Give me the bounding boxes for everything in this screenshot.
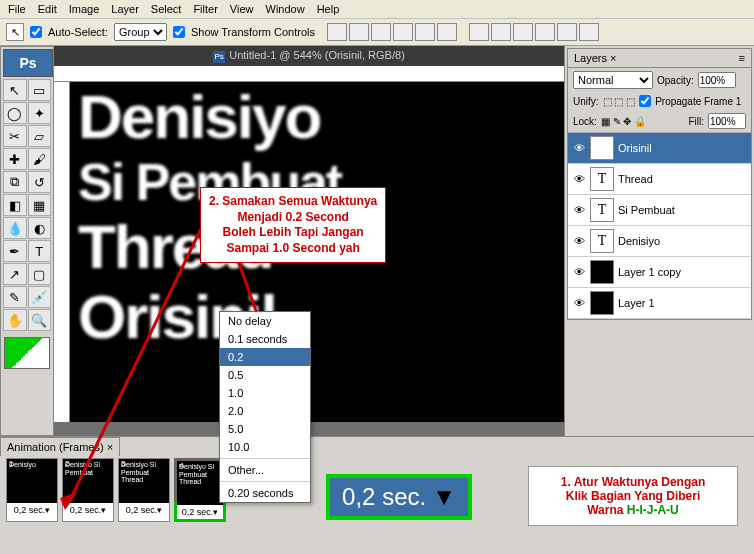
lock-icons[interactable]: ▦ ✎ ✥ 🔒 [601,116,646,127]
fill-label: Fill: [688,116,704,127]
anim-frame[interactable]: 1Denisiyo0,2 sec.▾ [6,458,58,522]
delay-opt[interactable]: No delay [220,312,310,330]
visibility-icon[interactable]: 👁 [572,142,586,154]
propagate-label: Propagate Frame 1 [655,96,741,107]
blend-mode-dropdown[interactable]: Normal [573,71,653,89]
delay-opt[interactable]: 2.0 [220,402,310,420]
propagate-checkbox[interactable] [639,95,651,107]
autoselect-dropdown[interactable]: Group [114,23,167,41]
layer-row[interactable]: 👁Layer 1 [568,288,751,319]
layer-thumb: T [590,198,614,222]
menu-view[interactable]: View [230,3,254,15]
layer-thumb: T [590,167,614,191]
layer-name: Thread [618,173,653,185]
tool-blur[interactable]: 💧 [3,217,27,239]
tool-brush[interactable]: 🖌 [28,148,52,170]
align-4[interactable] [393,23,413,41]
delay-opt-current[interactable]: 0.20 seconds [220,484,310,502]
delay-opt-selected[interactable]: 0.2 [220,348,310,366]
callout-2: 2. Samakan Semua WaktunyaMenjadi 0.2 Sec… [200,187,386,263]
dist-3[interactable] [513,23,533,41]
visibility-icon[interactable]: 👁 [572,266,586,278]
document-title: PsUntitled-1 @ 544% (Orisinil, RGB/8) [54,46,564,66]
delay-opt[interactable]: 0.5 [220,366,310,384]
delay-opt[interactable]: 10.0 [220,438,310,456]
menu-edit[interactable]: Edit [38,3,57,15]
tool-move[interactable]: ↖ [3,79,27,101]
visibility-icon[interactable]: 👁 [572,204,586,216]
tool-heal[interactable]: ✚ [3,148,27,170]
layers-tab[interactable]: Layers × [574,52,617,64]
layer-row[interactable]: 👁Layer 1 copy [568,257,751,288]
layer-row[interactable]: 👁TThread [568,164,751,195]
delay-opt-other[interactable]: Other... [220,461,310,479]
ruler-horizontal[interactable] [54,66,564,82]
move-tool-icon[interactable]: ↖ [6,23,24,41]
dist-1[interactable] [469,23,489,41]
frame-delay[interactable]: 0,2 sec.▾ [7,503,57,517]
menu-image[interactable]: Image [69,3,100,15]
visibility-icon[interactable]: 👁 [572,297,586,309]
layer-row[interactable]: 👁TDenisiyo [568,226,751,257]
panel-menu-icon[interactable]: ≡ [739,52,745,64]
menu-layer[interactable]: Layer [111,3,139,15]
layer-row[interactable]: 👁TSi Pembuat [568,195,751,226]
autoselect-checkbox[interactable] [30,26,42,38]
layer-name: Denisiyo [618,235,660,247]
menu-help[interactable]: Help [317,3,340,15]
unify-label: Unify: [573,96,599,107]
tool-type[interactable]: T [28,240,52,262]
menu-filter[interactable]: Filter [193,3,217,15]
align-1[interactable] [327,23,347,41]
tool-history[interactable]: ↺ [28,171,52,193]
transform-checkbox[interactable] [173,26,185,38]
tool-pen[interactable]: ✒ [3,240,27,262]
zoom-delay-badge: 0,2 sec.▼ [326,474,472,520]
color-swatch[interactable] [4,337,50,369]
opacity-input[interactable] [698,72,736,88]
options-bar: ↖ Auto-Select: Group Show Transform Cont… [0,19,754,46]
tool-shape[interactable]: ▢ [28,263,52,285]
tool-path[interactable]: ↗ [3,263,27,285]
delay-opt[interactable]: 5.0 [220,420,310,438]
tool-lasso[interactable]: ◯ [3,102,27,124]
tool-eraser[interactable]: ◧ [3,194,27,216]
align-6[interactable] [437,23,457,41]
ps-logo-icon: Ps [3,49,53,77]
dist-4[interactable] [535,23,555,41]
tool-crop[interactable]: ✂ [3,125,27,147]
tool-zoom[interactable]: 🔍 [28,309,52,331]
align-5[interactable] [415,23,435,41]
align-2[interactable] [349,23,369,41]
tool-gradient[interactable]: ▦ [28,194,52,216]
visibility-icon[interactable]: 👁 [572,173,586,185]
delay-opt[interactable]: 0.1 seconds [220,330,310,348]
menu-window[interactable]: Window [266,3,305,15]
menu-select[interactable]: Select [151,3,182,15]
layer-row[interactable]: 👁TOrisinil [568,133,751,164]
fill-input[interactable] [708,113,746,129]
dist-6[interactable] [579,23,599,41]
layer-thumb [590,291,614,315]
dist-2[interactable] [491,23,511,41]
tool-stamp[interactable]: ⧉ [3,171,27,193]
delay-opt[interactable]: 1.0 [220,384,310,402]
toolbox: Ps ↖▭ ◯✦ ✂▱ ✚🖌 ⧉↺ ◧▦ 💧◐ ✒T ↗▢ ✎💉 ✋🔍 [0,46,54,436]
menu-file[interactable]: File [8,3,26,15]
align-3[interactable] [371,23,391,41]
layer-name: Orisinil [618,142,652,154]
tool-slice[interactable]: ▱ [28,125,52,147]
tool-marquee[interactable]: ▭ [28,79,52,101]
tool-notes[interactable]: ✎ [3,286,27,308]
callout-1: 1. Atur Waktunya Dengan Klik Bagian Yang… [528,466,738,526]
dist-5[interactable] [557,23,577,41]
tool-dodge[interactable]: ◐ [28,217,52,239]
layer-thumb: T [590,229,614,253]
tool-hand[interactable]: ✋ [3,309,27,331]
tool-wand[interactable]: ✦ [28,102,52,124]
unify-icons[interactable]: ⬚ ⬚ ⬚ [603,96,636,107]
autoselect-label: Auto-Select: [48,26,108,38]
visibility-icon[interactable]: 👁 [572,235,586,247]
svg-marker-1 [60,492,78,510]
tool-eyedrop[interactable]: 💉 [28,286,52,308]
